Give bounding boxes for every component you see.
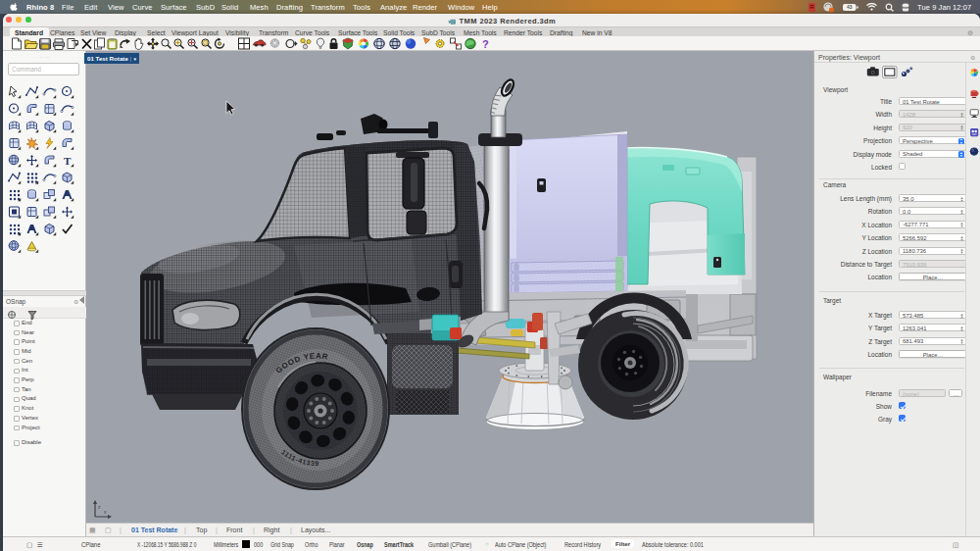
svg-text:43: 43 (847, 4, 853, 10)
svg-text:?: ? (482, 38, 489, 50)
